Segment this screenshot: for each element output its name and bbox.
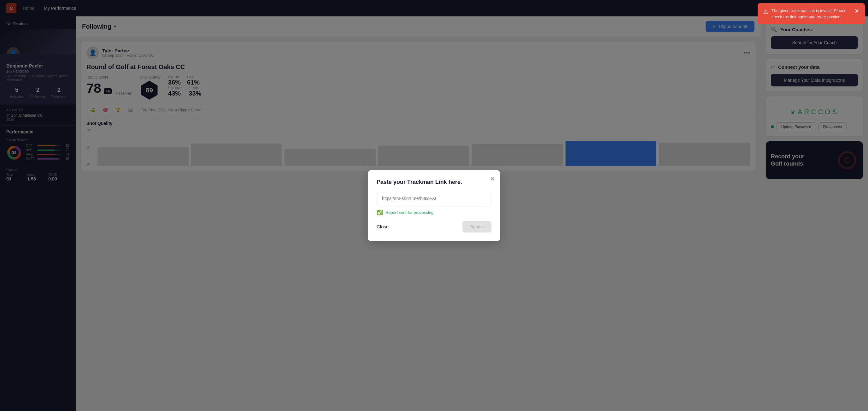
trackman-link-input[interactable] xyxy=(377,192,491,205)
modal-overlay[interactable]: Paste your Trackman Link here. ✕ ✅ Repor… xyxy=(0,0,868,411)
toast-close-button[interactable]: ✕ xyxy=(855,7,859,14)
modal-submit-button[interactable]: Submit xyxy=(462,221,491,232)
success-icon: ✅ xyxy=(377,210,383,215)
modal-footer: Close Submit xyxy=(377,221,491,232)
warning-icon: ⚠ xyxy=(763,8,768,15)
modal-close-x-button[interactable]: ✕ xyxy=(490,175,495,183)
error-toast: ⚠ The given trackman link is invalid. Pl… xyxy=(757,3,865,24)
success-text: Report sent for processing xyxy=(385,210,433,215)
modal-success-message: ✅ Report sent for processing xyxy=(377,210,491,215)
trackman-modal: Paste your Trackman Link here. ✕ ✅ Repor… xyxy=(368,170,500,241)
toast-message: The given trackman link is invalid. Plea… xyxy=(772,7,851,20)
modal-close-button[interactable]: Close xyxy=(377,224,389,229)
modal-title: Paste your Trackman Link here. xyxy=(377,179,491,186)
